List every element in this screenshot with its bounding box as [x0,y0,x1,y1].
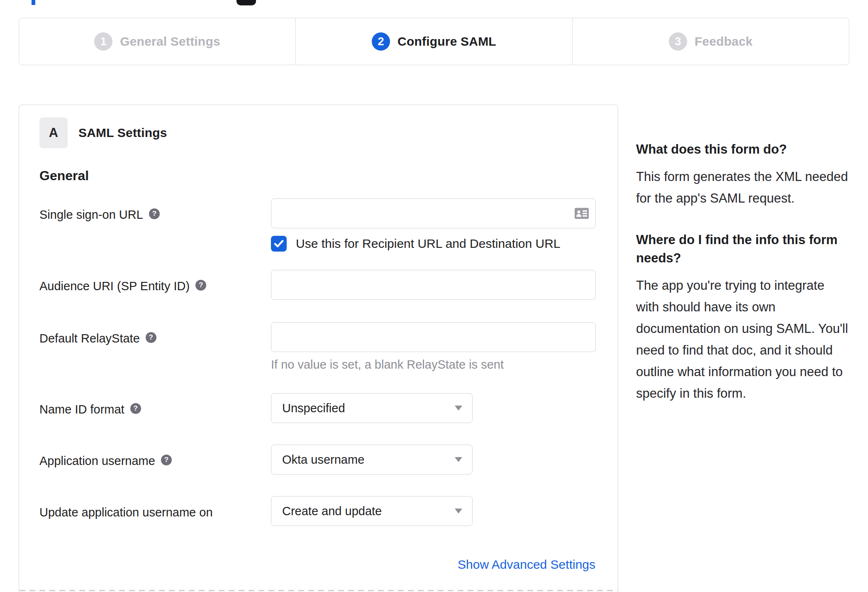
advanced-settings-spacer [39,558,271,572]
help-body-what: This form generates the XML needed for t… [636,166,850,209]
update-application-username-value: Create and update [282,504,382,518]
sso-url-input-wrap [271,198,596,228]
audience-uri-label-wrap: Audience URI (SP Entity ID) ? [39,270,271,300]
name-id-format-row: Name ID format ? Unspecified [39,393,595,423]
application-username-value: Okta username [282,453,364,467]
audience-uri-input[interactable] [271,270,595,299]
wizard-steps-bar: 1 General Settings 2 Configure SAML 3 Fe… [19,18,849,65]
help-icon[interactable]: ? [195,280,206,291]
autofill-contact-card-icon[interactable] [575,208,589,219]
help-section-where: Where do I find the info this form needs… [636,231,850,404]
sso-url-row: Single sign-on URL ? [39,198,595,252]
default-relaystate-input-wrap [271,322,596,352]
update-application-username-label-wrap: Update application username on [39,496,271,526]
help-section-what: What does this form do? This form genera… [636,140,850,209]
cropped-header-logo-fragment [237,0,256,5]
advanced-settings-row: Show Advanced Settings [39,558,595,572]
step-2-label: Configure SAML [397,34,496,49]
step-3-number-badge: 3 [669,32,687,51]
saml-settings-panel: A SAML Settings General Single sign-on U… [19,105,618,592]
step-2-number-badge: 2 [372,32,390,51]
help-heading-where: Where do I find the info this form needs… [636,231,850,267]
panel-dashed-separator [20,590,617,591]
recipient-url-checkbox-row: Use this for Recipient URL and Destinati… [271,236,596,252]
help-icon[interactable]: ? [130,403,141,414]
checkmark-icon [274,240,284,248]
step-1-number-badge: 1 [94,32,112,51]
application-username-row: Application username ? Okta username [39,445,595,475]
application-username-label: Application username [39,454,155,468]
audience-uri-label: Audience URI (SP Entity ID) [39,279,190,294]
name-id-format-value: Unspecified [282,401,345,415]
help-sidebar: What does this form do? This form genera… [636,140,850,404]
sso-url-input[interactable] [271,199,595,228]
name-id-format-label-wrap: Name ID format ? [39,393,271,423]
update-application-username-select[interactable]: Create and update [271,496,473,526]
default-relaystate-hint: If no value is set, a blank RelayState i… [271,358,596,372]
step-1-label: General Settings [120,34,220,49]
chevron-down-icon [455,406,462,411]
chevron-down-icon [455,457,462,462]
chevron-down-icon [455,509,462,514]
sso-url-label-wrap: Single sign-on URL ? [39,198,271,252]
step-configure-saml[interactable]: 2 Configure SAML [295,18,572,65]
help-body-where: The app you're trying to integrate with … [636,275,850,404]
help-icon[interactable]: ? [149,208,160,219]
default-relaystate-label: Default RelayState [39,331,140,346]
recipient-url-checkbox[interactable] [271,236,287,252]
application-username-label-wrap: Application username ? [39,445,271,475]
step-3-label: Feedback [695,34,753,49]
audience-uri-row: Audience URI (SP Entity ID) ? [39,270,595,300]
default-relaystate-row: Default RelayState ? If no value is set,… [39,322,595,372]
default-relaystate-label-wrap: Default RelayState ? [39,322,271,372]
sso-url-label: Single sign-on URL [39,208,143,222]
update-application-username-label: Update application username on [39,505,213,520]
step-general-settings[interactable]: 1 General Settings [19,18,295,65]
show-advanced-settings-link[interactable]: Show Advanced Settings [271,558,595,572]
default-relaystate-input[interactable] [271,323,595,352]
section-header: A SAML Settings [39,117,595,148]
help-icon[interactable]: ? [146,332,156,343]
section-a-badge: A [39,117,68,148]
name-id-format-label: Name ID format [39,402,124,417]
name-id-format-select[interactable]: Unspecified [271,393,473,423]
help-icon[interactable]: ? [161,455,172,465]
step-feedback[interactable]: 3 Feedback [572,18,849,65]
recipient-url-checkbox-label[interactable]: Use this for Recipient URL and Destinati… [296,237,561,251]
update-application-username-row: Update application username on Create an… [39,496,595,526]
general-heading: General [39,168,595,183]
help-heading-what: What does this form do? [636,140,850,159]
application-username-select[interactable]: Okta username [271,445,473,475]
audience-uri-input-wrap [271,270,596,300]
section-title: SAML Settings [78,126,167,140]
cropped-header-blue-mark [32,0,35,5]
